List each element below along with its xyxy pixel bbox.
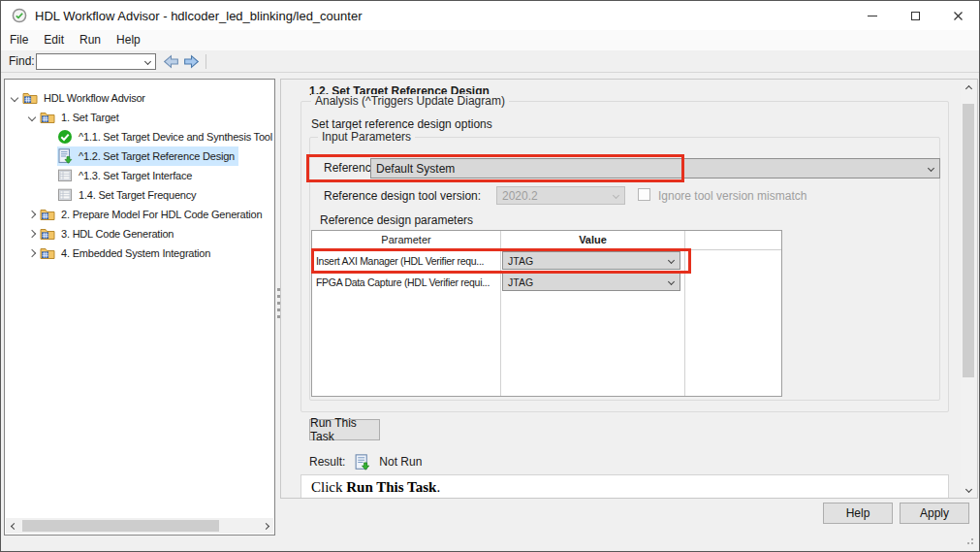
ignore-mismatch-label: Ignore tool version mismatch <box>658 189 806 203</box>
folder-icon <box>40 207 55 222</box>
table-row: FPGA Data Capture (HDL Verifier requi...… <box>312 272 781 293</box>
tool-version-select: 2020.2 <box>496 186 625 205</box>
fpga-data-capture-value: JTAG <box>503 276 663 288</box>
tree-item-label: ^1.3. Set Target Interface <box>79 170 192 181</box>
fpga-data-capture-select[interactable]: JTAG <box>502 273 680 291</box>
find-dropdown-button[interactable] <box>141 54 155 69</box>
ignore-mismatch-checkbox <box>638 188 650 201</box>
find-label: Find: <box>9 50 35 72</box>
result-row: Result: Not Run <box>309 453 422 471</box>
report-icon <box>57 187 73 203</box>
parameter-name: Insert AXI Manager (HDL Verifier requ... <box>312 250 499 272</box>
reference-design-parameters-label: Reference design parameters <box>320 213 473 227</box>
task-message-box: Click Run This Task. <box>300 474 949 499</box>
tree-item-set-target-reference-design[interactable]: ^1.2. Set Target Reference Design <box>5 146 274 166</box>
tree-item-set-target-device[interactable]: ^1.1. Set Target Device and Synthesis To… <box>5 127 274 146</box>
input-parameters-groupbox: Input Parameters Reference design: Defau… <box>309 137 940 401</box>
analysis-groupbox: Analysis (^Triggers Update Diagram) Set … <box>300 101 949 412</box>
tree-item-label: ^1.2. Set Target Reference Design <box>79 150 235 162</box>
scroll-right-button[interactable] <box>258 518 273 534</box>
window-title: HDL Workflow Advisor - hdlcoder_led_blin… <box>35 9 362 23</box>
tree-item-hdl-workflow-advisor[interactable]: HDL Workflow Advisor <box>5 88 274 108</box>
tree-horizontal-scrollbar[interactable] <box>6 518 273 534</box>
message-suffix: . <box>436 479 440 495</box>
insert-axi-manager-select[interactable]: JTAG <box>502 251 680 270</box>
input-parameters-label: Input Parameters <box>318 130 415 144</box>
tree-item-label: 1.4. Set Target Frequency <box>79 189 196 201</box>
title-bar: HDL Workflow Advisor - hdlcoder_led_blin… <box>1 1 979 30</box>
find-next-button[interactable] <box>182 53 201 70</box>
scroll-up-button[interactable] <box>961 81 976 96</box>
reference-design-select[interactable]: Default System <box>370 158 940 179</box>
column-header-parameter: Parameter <box>312 231 500 249</box>
menu-run[interactable]: Run <box>72 30 109 50</box>
folder-icon <box>40 226 55 242</box>
task-message: Click Run This Task. <box>301 475 948 499</box>
selected-tree-item-highlight: ^1.2. Set Target Reference Design <box>57 146 238 166</box>
tool-version-label: Reference design tool version: <box>324 189 481 203</box>
menu-edit[interactable]: Edit <box>36 30 72 50</box>
result-label: Result: <box>309 455 345 469</box>
minimize-button[interactable] <box>851 1 894 30</box>
horizontal-scrollbar-thumb[interactable] <box>22 520 219 532</box>
tree-item-label: 4. Embedded System Integration <box>61 247 210 259</box>
tree-item-embedded-system-integration[interactable]: 4. Embedded System Integration <box>5 244 274 263</box>
apply-button[interactable]: Apply <box>900 503 969 524</box>
menu-file[interactable]: File <box>2 30 36 50</box>
close-button[interactable] <box>936 1 979 30</box>
table-row: Insert AXI Manager (HDL Verifier requ...… <box>312 250 781 272</box>
tree-item-label: HDL Workflow Advisor <box>44 92 145 104</box>
table-header: Parameter Value <box>312 231 781 250</box>
menu-help[interactable]: Help <box>109 30 148 50</box>
parameter-name: FPGA Data Capture (HDL Verifier requi... <box>312 272 499 293</box>
close-icon <box>953 11 964 21</box>
reference-design-parameters-table: Parameter Value Insert AXI Manager (HDL … <box>311 230 782 397</box>
menu-bar: File Edit Run Help <box>1 30 979 50</box>
maximize-button[interactable] <box>894 1 936 30</box>
insert-axi-manager-value: JTAG <box>503 255 663 267</box>
scroll-down-button[interactable] <box>961 481 976 497</box>
message-bold: Run This Task <box>346 479 436 495</box>
tree-item-set-target[interactable]: 1. Set Target <box>5 108 274 127</box>
tree-item-prepare-model[interactable]: 2. Prepare Model For HDL Code Generation <box>5 205 274 224</box>
chevron-down-icon[interactable] <box>24 114 40 120</box>
tree-item-hdl-code-generation[interactable]: 3. HDL Code Generation <box>5 224 274 244</box>
tree-item-set-target-frequency[interactable]: 1.4. Set Target Frequency <box>5 185 274 205</box>
folder-icon <box>22 90 38 106</box>
tree-item-set-target-interface[interactable]: ^1.3. Set Target Interface <box>5 166 274 185</box>
current-task-icon <box>57 148 73 164</box>
not-run-status-icon <box>354 454 370 471</box>
chevron-down-icon <box>144 58 151 65</box>
maximize-icon <box>911 12 920 20</box>
window-resize-grip[interactable] <box>964 535 973 544</box>
chevron-down-icon[interactable] <box>7 95 22 101</box>
chevron-down-icon <box>608 193 624 198</box>
vertical-scrollbar-thumb[interactable] <box>963 104 974 377</box>
chevron-down-icon <box>923 166 939 171</box>
scroll-left-button[interactable] <box>6 518 21 534</box>
report-icon <box>57 168 73 183</box>
chevron-right-icon[interactable] <box>24 231 40 237</box>
tree-item-label: ^1.1. Set Target Device and Synthesis To… <box>79 131 272 143</box>
folder-icon <box>40 110 55 125</box>
panel-vertical-scrollbar[interactable] <box>961 81 976 497</box>
workflow-tree: HDL Workflow Advisor 1. Set Target ^1.1.… <box>5 80 274 263</box>
find-previous-button[interactable] <box>162 53 180 70</box>
find-input[interactable] <box>37 54 141 69</box>
chevron-right-icon[interactable] <box>24 250 40 256</box>
result-value: Not Run <box>379 455 422 469</box>
tree-item-label: 3. HDL Code Generation <box>61 228 174 240</box>
help-button[interactable]: Help <box>823 503 893 524</box>
chevron-down-icon <box>663 279 680 284</box>
tree-item-label: 2. Prepare Model For HDL Code Generation <box>61 209 262 220</box>
message-prefix: Click <box>311 479 346 495</box>
chevron-right-icon[interactable] <box>24 211 40 217</box>
reference-design-value: Default System <box>371 162 923 176</box>
minimize-icon <box>868 16 877 16</box>
find-input-combo[interactable] <box>36 53 156 70</box>
tree-item-label: 1. Set Target <box>61 112 119 123</box>
run-this-task-button[interactable]: Run This Task <box>309 419 380 440</box>
chevron-down-icon <box>663 258 680 263</box>
folder-icon <box>40 245 55 261</box>
hdl-workflow-advisor-window: HDL Workflow Advisor - hdlcoder_led_blin… <box>0 0 980 552</box>
